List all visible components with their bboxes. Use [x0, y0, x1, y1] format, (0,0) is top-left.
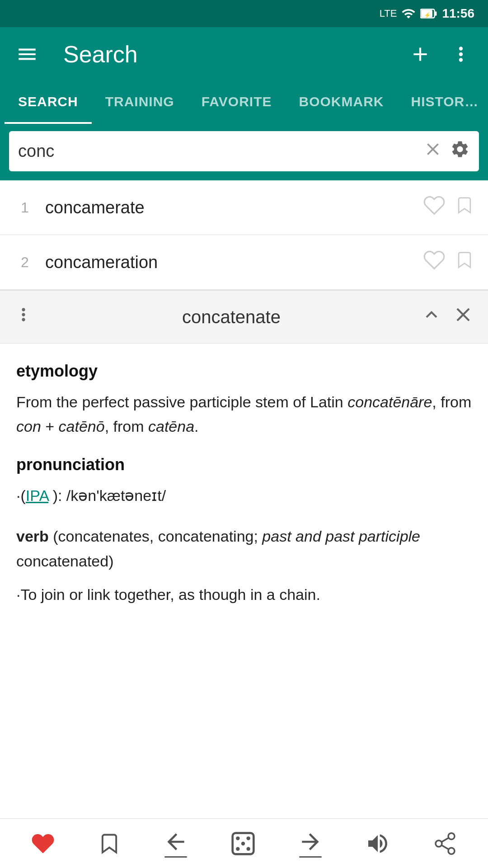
- tab-search[interactable]: SEARCH: [5, 81, 92, 124]
- detail-word-title: concatenate: [42, 307, 420, 327]
- svg-point-9: [236, 847, 239, 850]
- pronunciation-title: pronunciation: [16, 455, 472, 474]
- svg-point-6: [241, 841, 245, 845]
- detail-content: etymology From the perfect passive parti…: [0, 344, 488, 625]
- bottom-bar: [0, 818, 488, 868]
- pronunciation-section: pronunciation ·(IPA ): /kən'kætəneɪt/: [16, 455, 472, 508]
- result-number-2: 2: [14, 254, 36, 271]
- tab-training[interactable]: TRAINING: [92, 81, 188, 124]
- tab-bookmark[interactable]: BOOKMARK: [285, 81, 397, 124]
- tabs-bar: SEARCH TRAINING FAVORITE BOOKMARK HISTOR…: [0, 81, 488, 124]
- bottom-sound-button[interactable]: [365, 831, 390, 856]
- bottom-bookmark-button[interactable]: [98, 831, 121, 856]
- svg-point-8: [246, 836, 250, 840]
- app-bar: Search: [0, 27, 488, 81]
- svg-point-10: [448, 833, 455, 839]
- svg-point-7: [246, 847, 250, 850]
- svg-line-13: [441, 845, 449, 849]
- add-button[interactable]: [407, 41, 434, 68]
- search-clear-button[interactable]: [423, 139, 443, 163]
- favorite-button-1[interactable]: [423, 194, 446, 221]
- etymology-section: etymology From the perfect passive parti…: [16, 362, 472, 439]
- detail-collapse-button[interactable]: [420, 303, 443, 330]
- result-actions-2: [423, 249, 474, 276]
- detail-close-button[interactable]: [452, 303, 474, 330]
- search-input[interactable]: [18, 142, 416, 161]
- svg-line-14: [441, 838, 449, 842]
- pronunciation-body: ·(IPA ): /kən'kætəneɪt/: [16, 483, 472, 508]
- app-title: Search: [63, 41, 393, 68]
- bottom-share-button[interactable]: [432, 831, 458, 856]
- signal-icon: [401, 6, 416, 21]
- search-settings-button[interactable]: [450, 139, 470, 163]
- bookmark-button-1[interactable]: [455, 194, 474, 221]
- result-item-2[interactable]: 2 concameration: [0, 235, 488, 290]
- bottom-back-button[interactable]: [163, 829, 188, 858]
- verb-section: verb (concatenates, concatenating; past …: [16, 524, 472, 573]
- bottom-dice-button[interactable]: [230, 831, 256, 856]
- svg-text:⚡: ⚡: [424, 12, 431, 19]
- svg-point-11: [436, 840, 442, 847]
- more-options-button[interactable]: [447, 41, 474, 68]
- favorite-button-2[interactable]: [423, 249, 446, 276]
- svg-rect-2: [435, 11, 437, 16]
- result-word-2[interactable]: concameration: [45, 253, 414, 272]
- status-bar: LTE ⚡ 11:56: [0, 0, 488, 27]
- ipa-link[interactable]: IPA: [26, 487, 48, 504]
- etymology-body: From the perfect passive participle stem…: [16, 390, 472, 439]
- result-word-1[interactable]: concamerate: [45, 198, 414, 217]
- verb-text: verb (concatenates, concatenating; past …: [16, 524, 472, 573]
- bottom-forward-button[interactable]: [298, 829, 323, 858]
- etymology-title: etymology: [16, 362, 472, 381]
- detail-panel: concatenate etymology From the perfect p…: [0, 290, 488, 625]
- detail-header: concatenate: [0, 291, 488, 344]
- status-icons: LTE ⚡ 11:56: [380, 6, 474, 21]
- tab-history[interactable]: HISTOR…: [397, 81, 488, 124]
- result-actions-1: [423, 194, 474, 221]
- lte-icon: LTE: [380, 8, 397, 19]
- battery-icon: ⚡: [420, 6, 437, 21]
- detail-more-button[interactable]: [14, 305, 33, 329]
- result-item-1[interactable]: 1 concamerate: [0, 180, 488, 235]
- menu-button[interactable]: [14, 41, 41, 68]
- tab-favorite[interactable]: FAVORITE: [188, 81, 286, 124]
- definition-preview: ·To join or link together, as though in …: [16, 582, 472, 607]
- search-box: [9, 131, 479, 171]
- results-list: 1 concamerate 2 concameration: [0, 180, 488, 290]
- svg-point-12: [448, 848, 455, 854]
- bookmark-button-2[interactable]: [455, 249, 474, 276]
- search-box-container: [0, 124, 488, 180]
- result-number-1: 1: [14, 199, 36, 216]
- bottom-heart-button[interactable]: [30, 831, 56, 856]
- svg-point-5: [236, 836, 239, 840]
- time-display: 11:56: [442, 6, 474, 21]
